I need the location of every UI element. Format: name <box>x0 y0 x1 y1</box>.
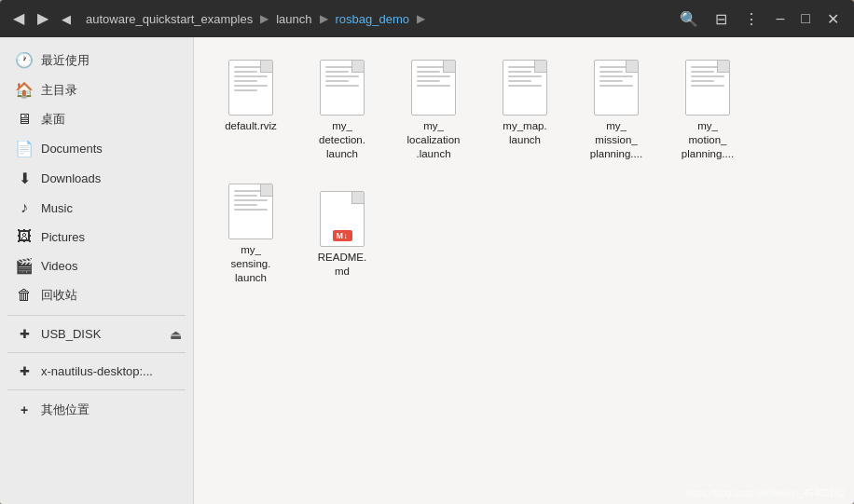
sidebar-separator-1 <box>7 315 186 316</box>
sidebar-item-usb-wrapper: ✚ USB_DISK ⏏ <box>4 321 189 347</box>
sidebar-item-recent[interactable]: 🕐 最近使用 <box>4 46 189 75</box>
sidebar-item-xnautilus-label: x-nautilus-desktop:... <box>41 364 153 378</box>
file-name-default-rviz: default.rviz <box>225 119 277 133</box>
back-button[interactable]: ◀ <box>7 7 30 30</box>
file-item-my-map[interactable]: my_map.launch <box>483 52 567 169</box>
sidebar-item-music-label: Music <box>41 201 73 215</box>
sidebar-item-trash-label: 回收站 <box>41 287 77 304</box>
md-badge: M↓ <box>333 230 352 241</box>
eject-button[interactable]: ⏏ <box>162 323 189 346</box>
trash-icon: 🗑 <box>15 287 34 304</box>
sidebar-item-home[interactable]: 🏠 主目录 <box>4 75 189 104</box>
downloads-icon: ⬇ <box>15 170 34 187</box>
file-name-my-sensing: my_sensing.launch <box>231 243 271 285</box>
file-manager-window: ◀ ▶ ◀ autoware_quickstart_examples ▶ lau… <box>0 0 854 504</box>
music-icon: ♪ <box>15 199 34 216</box>
forward-button[interactable]: ▶ <box>32 7 54 30</box>
close-button[interactable]: ✕ <box>820 7 847 32</box>
file-icon-my-localization <box>411 60 456 116</box>
file-icon-my-detection <box>320 60 365 116</box>
videos-icon: 🎬 <box>15 257 34 275</box>
sidebar-item-videos-label: Videos <box>41 259 78 273</box>
file-item-readme[interactable]: M↓ README.md <box>300 184 384 286</box>
view-toggle-button[interactable]: ⊟ <box>708 7 735 32</box>
file-item-default-rviz[interactable]: default.rviz <box>209 52 293 169</box>
sidebar-item-home-label: 主目录 <box>41 82 77 99</box>
menu-button[interactable]: ⋮ <box>737 7 766 32</box>
file-item-my-motion[interactable]: my_motion_planning.... <box>666 52 750 169</box>
sidebar-item-other-label: 其他位置 <box>41 402 90 418</box>
documents-icon: 📄 <box>15 140 34 157</box>
sidebar-item-usb-label: USB_DISK <box>41 327 101 341</box>
file-name-my-map: my_map.launch <box>503 119 546 147</box>
sidebar-item-trash[interactable]: 🗑 回收站 <box>4 281 189 309</box>
file-icon-my-map <box>503 60 547 116</box>
recent-icon: 🕐 <box>15 51 34 69</box>
sidebar-item-documents-label: Documents <box>41 142 103 156</box>
file-area: default.rviz <box>194 37 854 307</box>
sidebar-item-pictures-label: Pictures <box>41 230 85 244</box>
file-name-my-localization: my_localization.launch <box>407 119 461 161</box>
file-icon-default-rviz <box>228 60 273 116</box>
file-item-my-mission[interactable]: my_mission_planning.... <box>574 52 658 169</box>
search-button[interactable]: 🔍 <box>672 7 706 32</box>
file-icon-my-sensing <box>228 184 273 239</box>
file-name-my-mission: my_mission_planning.... <box>590 119 642 161</box>
sidebar-item-music[interactable]: ♪ Music <box>4 194 189 222</box>
sidebar-item-desktop-label: 桌面 <box>41 111 65 128</box>
titlebar: ◀ ▶ ◀ autoware_quickstart_examples ▶ lau… <box>0 0 854 37</box>
breadcrumb-item-1[interactable]: autoware_quickstart_examples <box>80 10 258 28</box>
file-icon-my-mission <box>594 60 639 116</box>
file-name-my-motion: my_motion_planning.... <box>682 119 734 161</box>
sidebar-item-recent-label: 最近使用 <box>41 52 90 69</box>
file-item-my-sensing[interactable]: my_sensing.launch <box>209 176 293 293</box>
sidebar-item-downloads-label: Downloads <box>41 171 101 185</box>
sidebar-item-other-locations[interactable]: + 其他位置 <box>4 396 189 424</box>
file-name-readme: README.md <box>318 251 366 279</box>
titlebar-actions: 🔍 ⊟ ⋮ – □ ✕ <box>672 7 847 32</box>
sidebar-item-documents[interactable]: 📄 Documents <box>4 134 189 163</box>
file-icon-my-motion <box>685 60 730 116</box>
other-locations-icon: + <box>15 402 34 417</box>
sidebar-item-xnautilus[interactable]: ✚ x-nautilus-desktop:... <box>4 359 189 384</box>
home-icon: 🏠 <box>15 81 34 99</box>
desktop-icon: 🖥 <box>15 111 34 128</box>
xnautilus-icon: ✚ <box>15 364 34 378</box>
sidebar: 🕐 最近使用 🏠 主目录 🖥 桌面 📄 Documents ⬇ Download <box>0 37 194 504</box>
maximize-button[interactable]: □ <box>793 7 818 31</box>
watermark: https://blog.csdn.net/weixin_45403142 <box>686 488 845 498</box>
file-icon-readme: M↓ <box>320 191 365 247</box>
file-area-wrapper: default.rviz <box>194 37 854 504</box>
breadcrumb: autoware_quickstart_examples ▶ launch ▶ … <box>80 10 668 28</box>
breadcrumb-item-2[interactable]: launch <box>270 10 317 28</box>
nav-buttons: ◀ ▶ ◀ <box>7 7 76 30</box>
usb-icon: ✚ <box>15 327 34 341</box>
up-button[interactable]: ◀ <box>56 9 76 29</box>
sidebar-item-downloads[interactable]: ⬇ Downloads <box>4 164 189 193</box>
sidebar-item-usb[interactable]: ✚ USB_DISK <box>4 321 162 347</box>
minimize-button[interactable]: – <box>768 7 792 31</box>
file-item-my-detection[interactable]: my_detection.launch <box>300 52 384 169</box>
pictures-icon: 🖼 <box>15 228 34 245</box>
file-item-my-localization[interactable]: my_localization.launch <box>392 52 475 169</box>
sidebar-separator-2 <box>7 352 186 353</box>
sidebar-separator-3 <box>7 389 186 390</box>
sidebar-item-desktop[interactable]: 🖥 桌面 <box>4 105 189 133</box>
sidebar-item-videos[interactable]: 🎬 Videos <box>4 252 189 280</box>
breadcrumb-item-3[interactable]: rosbag_demo <box>330 10 416 28</box>
main-area: 🕐 最近使用 🏠 主目录 🖥 桌面 📄 Documents ⬇ Download <box>0 37 854 504</box>
file-grid: default.rviz <box>209 52 839 293</box>
file-name-my-detection: my_detection.launch <box>319 119 365 161</box>
sidebar-item-pictures[interactable]: 🖼 Pictures <box>4 223 189 251</box>
